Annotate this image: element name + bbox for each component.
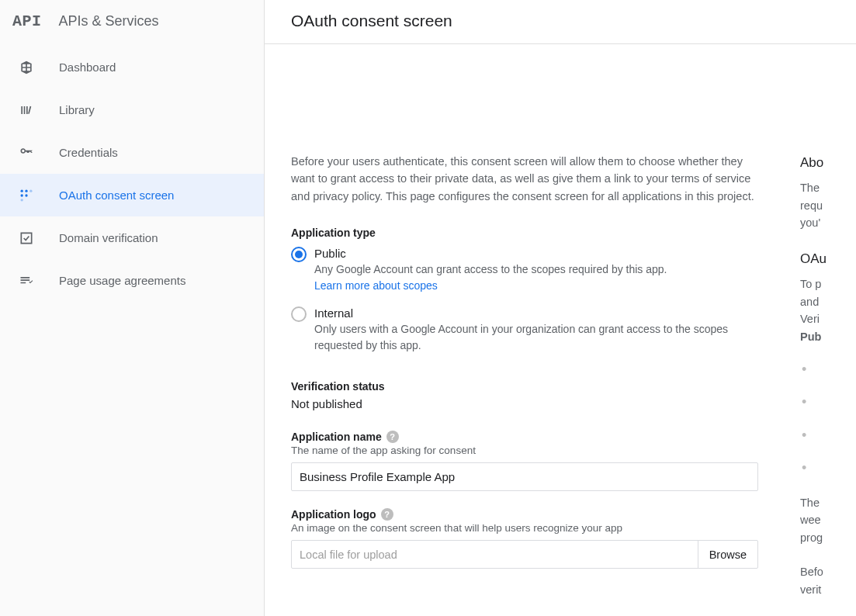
radio-desc: Only users with a Google Account in your…: [314, 321, 764, 354]
info-bullet: [800, 362, 856, 379]
radio-circle-icon: [291, 247, 307, 262]
sidebar-item-credentials[interactable]: Credentials: [0, 131, 264, 174]
about-line: you': [800, 216, 820, 229]
radio-option-internal[interactable]: Internal Only users with a Google Accoun…: [291, 303, 774, 357]
sidebar-title: APIs & Services: [59, 13, 159, 29]
tail-line: prog: [800, 531, 823, 544]
info-bullet: [800, 461, 856, 478]
help-icon[interactable]: ?: [386, 431, 399, 443]
svg-point-0: [21, 189, 23, 192]
tail-text-2: Befo verit: [800, 563, 856, 598]
radio-option-public[interactable]: Public Any Google Account can grant acce…: [291, 244, 774, 297]
oauth-heading: OAu: [800, 249, 856, 269]
page-title: OAuth consent screen: [291, 12, 856, 30]
radio-label: Internal: [314, 306, 774, 320]
svg-point-3: [25, 194, 27, 196]
file-upload-row: Local file for upload Browse: [291, 540, 758, 569]
nav-label: OAuth consent screen: [59, 189, 174, 202]
radio-desc-text: Any Google Account can grant access to t…: [314, 263, 667, 275]
oauth-line: To p: [800, 278, 821, 290]
info-bullets: [800, 362, 856, 479]
verification-status-value: Not published: [291, 397, 774, 410]
sidebar-item-dashboard[interactable]: Dashboard: [0, 46, 264, 88]
svg-point-2: [21, 194, 23, 196]
radio-desc: Any Google Account can grant access to t…: [314, 261, 764, 294]
main-body: Before your users authenticate, this con…: [265, 44, 856, 616]
nav-label: Page usage agreements: [59, 274, 185, 287]
application-type-group: Application type Public Any Google Accou…: [291, 227, 774, 357]
about-heading: Abo: [800, 153, 856, 173]
api-logo: API: [12, 12, 42, 30]
file-upload-input[interactable]: Local file for upload: [292, 541, 698, 568]
form-area: Before your users authenticate, this con…: [265, 44, 800, 616]
oauth-line: and: [800, 296, 819, 308]
tail-line: Befo: [800, 566, 823, 578]
oauth-text: To p and Veri Pub: [800, 275, 856, 345]
about-line: The: [800, 182, 820, 194]
right-info-column: Abo The requ you' OAu To p and Veri Pub: [800, 44, 856, 616]
sidebar-item-oauth-consent[interactable]: OAuth consent screen: [0, 174, 264, 216]
tail-line: wee: [800, 514, 821, 526]
application-name-field: Application name ? The name of the app a…: [291, 431, 774, 491]
dashboard-icon: [17, 60, 36, 75]
sidebar-item-library[interactable]: Library: [0, 88, 264, 131]
agreements-icon: [17, 273, 36, 289]
svg-point-4: [29, 189, 32, 192]
sidebar-item-domain-verification[interactable]: Domain verification: [0, 216, 264, 259]
field-hint: The name of the app asking for consent: [291, 445, 774, 456]
sidebar: API APIs & Services Dashboard Library: [0, 0, 265, 616]
nav-label: Library: [59, 103, 95, 116]
nav-label: Dashboard: [59, 61, 116, 74]
oauth-icon: [17, 188, 36, 203]
tail-text: The wee prog: [800, 494, 856, 546]
field-label: Application logo: [291, 508, 376, 521]
nav-label: Domain verification: [59, 231, 158, 244]
application-type-heading: Application type: [291, 227, 774, 239]
radio-circle-icon: [291, 306, 307, 322]
about-line: requ: [800, 199, 823, 212]
browse-button[interactable]: Browse: [698, 541, 757, 568]
svg-point-1: [25, 189, 27, 192]
radio-label: Public: [314, 247, 774, 260]
sidebar-item-page-usage[interactable]: Page usage agreements: [0, 259, 264, 302]
sidebar-header: API APIs & Services: [0, 0, 264, 44]
nav-label: Credentials: [59, 146, 118, 159]
svg-point-5: [21, 199, 23, 201]
application-name-input[interactable]: [291, 462, 758, 491]
oauth-line: Veri: [800, 313, 820, 325]
info-bullet: [800, 428, 856, 445]
info-bullet: [800, 395, 856, 412]
oauth-line: Pub: [800, 330, 821, 343]
key-icon: [17, 145, 36, 161]
field-hint: An image on the consent screen that will…: [291, 522, 774, 534]
nav-list: Dashboard Library Credentials OAuth cons…: [0, 44, 264, 302]
tail-line: The: [800, 497, 820, 509]
learn-more-scopes-link[interactable]: Learn more about scopes: [314, 279, 438, 292]
main: OAuth consent screen Before your users a…: [265, 0, 856, 616]
about-text: The requ you': [800, 179, 856, 231]
library-icon: [17, 102, 36, 118]
application-logo-field: Application logo ? An image on the conse…: [291, 508, 774, 569]
help-icon[interactable]: ?: [381, 508, 393, 521]
tail-line: verit: [800, 583, 821, 596]
radio-body: Public Any Google Account can grant acce…: [314, 247, 774, 294]
check-icon: [17, 230, 36, 246]
field-label: Application name: [291, 431, 382, 443]
verification-status-heading: Verification status: [291, 380, 774, 393]
radio-body: Internal Only users with a Google Accoun…: [314, 306, 774, 354]
intro-text: Before your users authenticate, this con…: [291, 153, 764, 205]
main-header: OAuth consent screen: [265, 0, 856, 44]
verification-status-block: Verification status Not published: [291, 380, 774, 410]
